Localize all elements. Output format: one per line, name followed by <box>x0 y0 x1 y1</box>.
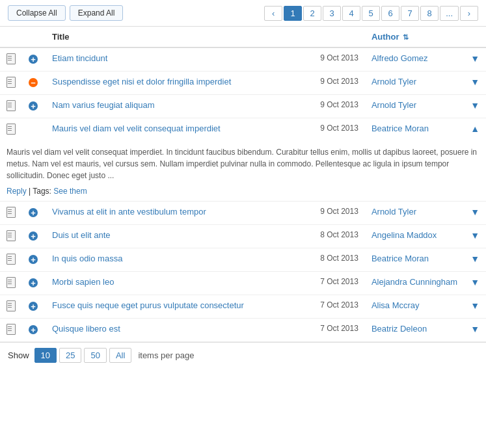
title-link[interactable]: Suspendisse eget nisi et dolor fringilla… <box>52 77 231 86</box>
pagination: ‹ 1 2 3 4 5 6 7 8 ... › <box>264 6 478 21</box>
title-cell: Quisque libero est <box>46 319 306 342</box>
date-cell: 7 Oct 2013 <box>306 319 365 342</box>
page-button-3[interactable]: 3 <box>323 6 341 21</box>
collapse-all-button[interactable]: Collapse All <box>8 5 66 21</box>
status-icon-cell <box>22 202 46 225</box>
date-cell: 9 Oct 2013 <box>306 118 365 142</box>
title-link[interactable]: Nam varius feugiat aliquam <box>52 100 155 110</box>
per-page-10[interactable]: 10 <box>34 348 57 363</box>
prev-page-button[interactable]: ‹ <box>264 6 282 21</box>
author-cell[interactable]: Beatrice Moran <box>365 248 464 272</box>
title-cell: Fusce quis neque eget purus vulputate co… <box>46 295 306 319</box>
chevron-cell[interactable]: ▼ <box>464 95 486 118</box>
chevron-down-icon[interactable]: ▼ <box>470 324 479 334</box>
title-cell: Suspendisse eget nisi et dolor fringilla… <box>46 72 306 95</box>
author-cell[interactable]: Arnold Tyler <box>365 202 464 225</box>
date-cell: 9 Oct 2013 <box>306 47 365 72</box>
reply-link[interactable]: Reply <box>7 187 27 196</box>
page-button-5[interactable]: 5 <box>362 6 380 21</box>
author-cell[interactable]: Angelina Maddox <box>365 225 464 248</box>
author-cell[interactable]: Alisa Mccray <box>365 295 464 319</box>
expand-all-button[interactable]: Expand All <box>70 5 124 21</box>
show-label: Show <box>8 350 29 360</box>
per-page-50[interactable]: 50 <box>84 348 106 363</box>
author-cell[interactable]: Beatriz Deleon <box>365 319 464 342</box>
status-icon-cell <box>22 118 46 142</box>
table-row: Nam varius feugiat aliquam9 Oct 2013Arno… <box>0 95 486 118</box>
next-page-button[interactable]: › <box>460 6 478 21</box>
col-header-author[interactable]: Author ⇅ <box>365 27 464 47</box>
chevron-down-icon[interactable]: ▼ <box>470 254 479 264</box>
page-button-8[interactable]: 8 <box>420 6 439 21</box>
author-cell[interactable]: Arnold Tyler <box>365 72 464 95</box>
col-header-doc <box>0 27 22 47</box>
chevron-down-icon[interactable]: ▼ <box>470 230 479 241</box>
chevron-down-icon[interactable]: ▼ <box>470 300 479 311</box>
title-link[interactable]: Etiam tincidunt <box>52 53 107 63</box>
status-icon-cell <box>22 319 46 342</box>
status-icon-cell <box>22 47 46 72</box>
page-button-6[interactable]: 6 <box>381 6 399 21</box>
doc-icon-cell <box>0 47 22 72</box>
per-page-25[interactable]: 25 <box>59 348 81 363</box>
date-cell: 8 Oct 2013 <box>306 248 365 272</box>
plus-icon <box>29 101 38 111</box>
doc-icon <box>7 254 16 264</box>
chevron-cell[interactable]: ▼ <box>464 295 486 319</box>
chevron-cell[interactable]: ▼ <box>464 319 486 342</box>
plus-icon <box>29 231 38 241</box>
chevron-cell[interactable]: ▲ <box>464 118 486 142</box>
chevron-down-icon[interactable]: ▼ <box>470 100 479 111</box>
page-button-2[interactable]: 2 <box>303 6 321 21</box>
chevron-down-icon[interactable]: ▼ <box>470 53 479 64</box>
chevron-down-icon[interactable]: ▼ <box>470 77 479 87</box>
chevron-cell[interactable]: ▼ <box>464 72 486 95</box>
page-button-4[interactable]: 4 <box>342 6 360 21</box>
col-header-title: Title <box>46 27 306 47</box>
chevron-cell[interactable]: ▼ <box>464 272 486 295</box>
chevron-down-icon[interactable]: ▼ <box>470 207 479 217</box>
chevron-down-icon[interactable]: ▼ <box>470 277 479 287</box>
table-row: Vivamus at elit in ante vestibulum tempo… <box>0 202 486 225</box>
table-row-expanded-body: Mauris vel diam vel velit consequat impe… <box>0 141 486 202</box>
table-row: Mauris vel diam vel velit consequat impe… <box>0 118 486 142</box>
author-cell[interactable]: Alejandra Cunningham <box>365 272 464 295</box>
title-link[interactable]: Quisque libero est <box>52 324 120 334</box>
chevron-cell[interactable]: ▼ <box>464 202 486 225</box>
plus-icon <box>29 302 38 311</box>
status-icon-cell <box>22 248 46 272</box>
title-link[interactable]: Fusce quis neque eget purus vulputate co… <box>52 300 244 310</box>
status-icon-cell <box>22 295 46 319</box>
status-icon-cell <box>22 272 46 295</box>
tags-link[interactable]: See them <box>53 187 87 196</box>
status-icon-cell <box>22 95 46 118</box>
col-header-status <box>22 27 46 47</box>
author-cell[interactable]: Beatrice Moran <box>365 118 464 142</box>
page-button-7[interactable]: 7 <box>401 6 419 21</box>
chevron-cell[interactable]: ▼ <box>464 248 486 272</box>
title-cell: Nam varius feugiat aliquam <box>46 95 306 118</box>
expanded-actions: Reply | Tags: See them <box>7 187 479 196</box>
content-table: Title Author ⇅ Etiam tincidunt9 Oct 2013… <box>0 27 486 342</box>
title-link[interactable]: Duis ut elit ante <box>52 230 111 240</box>
chevron-cell[interactable]: ▼ <box>464 47 486 72</box>
table-row: Fusce quis neque eget purus vulputate co… <box>0 295 486 319</box>
title-link[interactable]: Morbi sapien leo <box>52 277 114 287</box>
page-button-1[interactable]: 1 <box>284 6 302 21</box>
date-cell: 7 Oct 2013 <box>306 272 365 295</box>
title-link[interactable]: Mauris vel diam vel velit consequat impe… <box>52 124 221 133</box>
col-header-date <box>306 27 365 47</box>
title-link[interactable]: Vivamus at elit in ante vestibulum tempo… <box>52 207 206 217</box>
per-page-all[interactable]: All <box>109 348 131 363</box>
doc-icon <box>7 100 16 111</box>
chevron-cell[interactable]: ▼ <box>464 225 486 248</box>
page-button-ellipsis[interactable]: ... <box>440 6 459 21</box>
title-link[interactable]: In quis odio massa <box>52 254 122 263</box>
chevron-up-icon[interactable]: ▲ <box>470 124 479 134</box>
author-cell[interactable]: Alfredo Gomez <box>365 47 464 72</box>
doc-icon <box>7 324 16 334</box>
author-cell[interactable]: Arnold Tyler <box>365 95 464 118</box>
items-per-page-bar: Show 10 25 50 All items per page <box>0 342 486 368</box>
date-cell: 9 Oct 2013 <box>306 202 365 225</box>
table-row: Quisque libero est7 Oct 2013Beatriz Dele… <box>0 319 486 342</box>
